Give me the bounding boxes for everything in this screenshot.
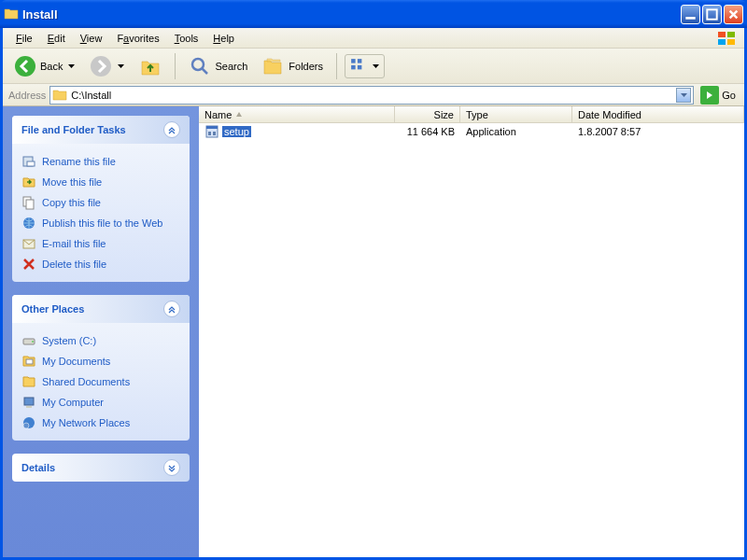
panel-header[interactable]: File and Folder Tasks <box>12 116 190 144</box>
column-size[interactable]: Size <box>395 106 460 122</box>
drive-icon <box>21 333 36 348</box>
file-type: Application <box>460 125 572 138</box>
file-size: 11 664 KB <box>395 125 460 138</box>
task-label: My Computer <box>42 397 104 408</box>
forward-button[interactable] <box>84 51 130 81</box>
task-item-publish[interactable]: Publish this file to the Web <box>21 213 180 233</box>
application-icon <box>204 124 219 139</box>
panel-header[interactable]: Details <box>12 454 190 482</box>
file-name: setup <box>222 126 251 137</box>
place-item-drive[interactable]: System (C:) <box>21 330 180 351</box>
svg-rect-1 <box>707 9 716 19</box>
search-icon <box>189 55 211 77</box>
chevron-down-icon <box>373 64 379 68</box>
svg-rect-21 <box>26 359 33 364</box>
task-item-email[interactable]: E-mail this file <box>21 233 180 254</box>
svg-rect-10 <box>358 59 362 63</box>
task-item-rename[interactable]: Rename this file <box>21 151 180 172</box>
task-label: My Documents <box>42 356 110 367</box>
sort-ascending-icon <box>235 111 243 119</box>
go-icon <box>700 86 719 105</box>
svg-point-20 <box>32 341 34 343</box>
file-row[interactable]: setup11 664 KBApplication1.8.2007 8:57 <box>199 123 744 139</box>
network-icon <box>21 415 36 430</box>
back-icon <box>14 55 36 77</box>
move-icon <box>21 175 36 189</box>
separator <box>336 53 337 79</box>
views-icon <box>350 58 367 75</box>
other-places-panel: Other Places System (C:)My DocumentsShar… <box>12 295 190 441</box>
collapse-icon <box>163 301 180 317</box>
toolbar: Back Search Folders <box>3 49 744 84</box>
svg-rect-23 <box>26 406 32 408</box>
shareddocs-icon <box>21 374 36 389</box>
panel-header[interactable]: Other Places <box>12 295 190 323</box>
svg-rect-3 <box>727 32 735 37</box>
sidebar: File and Folder Tasks Rename this fileMo… <box>3 106 199 557</box>
place-item-network[interactable]: My Network Places <box>21 413 180 433</box>
task-item-delete[interactable]: Delete this file <box>21 254 180 274</box>
menu-favorites[interactable]: Favorites <box>109 31 166 46</box>
collapse-icon <box>163 121 180 138</box>
svg-rect-22 <box>24 398 34 405</box>
views-button[interactable] <box>345 54 385 78</box>
place-item-shareddocs[interactable]: Shared Documents <box>21 371 180 392</box>
up-folder-icon <box>139 55 162 77</box>
task-label: Publish this file to the Web <box>42 217 162 229</box>
folder-icon <box>52 88 67 103</box>
task-item-move[interactable]: Move this file <box>21 172 180 192</box>
svg-rect-2 <box>718 32 726 37</box>
menu-help[interactable]: Help <box>205 31 242 46</box>
column-type[interactable]: Type <box>460 106 572 122</box>
address-path: C:\Install <box>71 90 111 101</box>
rename-icon <box>21 154 36 169</box>
task-label: Copy this file <box>42 197 101 208</box>
place-item-mydocs[interactable]: My Documents <box>21 351 180 371</box>
svg-rect-28 <box>208 132 211 135</box>
folders-icon <box>262 55 285 77</box>
email-icon <box>21 236 36 251</box>
copy-icon <box>21 195 36 210</box>
address-dropdown[interactable] <box>676 88 691 103</box>
svg-point-25 <box>23 423 29 428</box>
svg-rect-4 <box>718 39 726 45</box>
maximize-button[interactable] <box>702 5 722 24</box>
file-date: 1.8.2007 8:57 <box>572 125 744 138</box>
task-label: My Network Places <box>42 417 130 428</box>
menu-edit[interactable]: Edit <box>40 31 73 46</box>
menu-file[interactable]: File <box>8 31 40 46</box>
close-button[interactable] <box>724 5 743 24</box>
menu-view[interactable]: View <box>73 31 110 46</box>
column-headers: Name Size Type Date Modified <box>199 106 744 123</box>
place-item-computer[interactable]: My Computer <box>21 392 180 413</box>
file-list: Name Size Type Date Modified setup11 664… <box>199 106 744 557</box>
delete-icon <box>21 257 36 272</box>
task-label: E-mail this file <box>42 238 106 249</box>
search-button[interactable]: Search <box>183 51 253 81</box>
column-name[interactable]: Name <box>199 106 395 122</box>
menu-tools[interactable]: Tools <box>167 31 206 46</box>
back-button[interactable]: Back <box>8 51 80 81</box>
expand-icon <box>163 459 180 476</box>
task-item-copy[interactable]: Copy this file <box>21 192 180 213</box>
go-button[interactable]: Go <box>698 84 739 106</box>
svg-rect-9 <box>351 59 356 63</box>
svg-point-7 <box>91 56 111 77</box>
menu-bar: File Edit View Favorites Tools Help <box>3 28 744 49</box>
address-field[interactable]: C:\Install <box>49 86 694 105</box>
svg-rect-16 <box>26 200 34 209</box>
file-rows[interactable]: setup11 664 KBApplication1.8.2007 8:57 <box>199 123 744 557</box>
up-button[interactable] <box>134 51 167 81</box>
publish-icon <box>21 216 36 231</box>
task-label: Move this file <box>42 176 102 188</box>
minimize-button[interactable] <box>681 5 700 24</box>
task-label: Delete this file <box>42 259 106 270</box>
folders-button[interactable]: Folders <box>257 51 329 81</box>
svg-rect-12 <box>358 64 362 69</box>
forward-icon <box>90 55 112 77</box>
windows-flag-icon <box>716 30 739 47</box>
folder-icon <box>4 7 19 21</box>
address-label: Address <box>8 90 46 101</box>
column-date[interactable]: Date Modified <box>572 106 744 122</box>
svg-rect-29 <box>213 132 216 135</box>
